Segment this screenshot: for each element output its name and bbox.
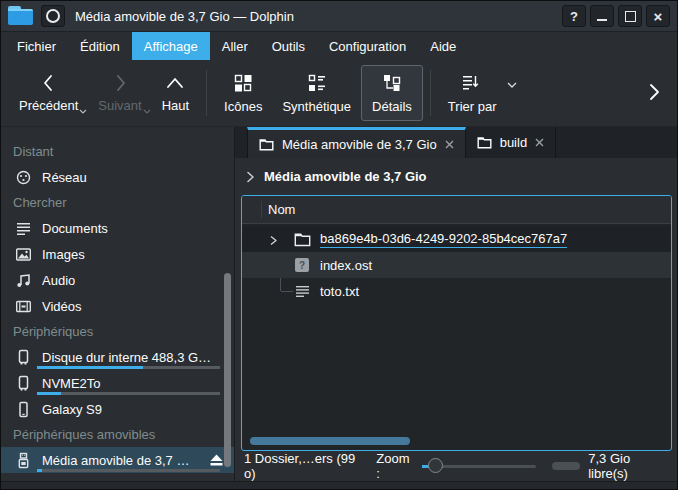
compact-view-button[interactable]: Synthétique <box>272 65 361 121</box>
sidebar-scrollbar[interactable] <box>224 273 231 467</box>
tab-label: Média amovible de 3,7 Gio <box>282 137 437 152</box>
free-space-label: 7,3 Gio libre(s) <box>588 451 668 481</box>
statusbar: 1 Dossier,…ers (99 o) Zoom : 7,3 Gio lib… <box>235 451 677 481</box>
app-folder-icon <box>8 6 34 26</box>
tabbar-empty-area[interactable] <box>556 127 677 158</box>
toolbar: Précédent Suivant Haut Icônes <box>1 60 677 127</box>
harddisk-icon <box>14 349 33 366</box>
chevron-left-icon <box>38 74 60 92</box>
menu-fichier[interactable]: Fichier <box>5 32 68 60</box>
forward-button[interactable]: Suivant <box>88 65 151 121</box>
file-row-folder[interactable]: ba869e4b-03d6-4249-9202-85b4cec767a7 <box>242 226 671 252</box>
sidebar-item-media-amovible[interactable]: Média amovible de 3,7 … <box>1 447 234 473</box>
menu-outils[interactable]: Outils <box>260 32 317 60</box>
menu-aller[interactable]: Aller <box>210 32 260 60</box>
details-view-icon <box>382 73 402 93</box>
zoom-slider-handle[interactable] <box>428 458 443 473</box>
horizontal-scrollbar[interactable] <box>250 437 410 445</box>
sidebar-item-label: Média amovible de 3,7 … <box>42 453 189 468</box>
sidebar-item-nvme2to[interactable]: NVME2To <box>1 370 234 396</box>
disk-usage-bar <box>37 366 220 369</box>
caret-down-icon <box>79 109 87 114</box>
sidebar-item-audio[interactable]: Audio <box>1 267 234 293</box>
tab-build[interactable]: build <box>466 127 556 158</box>
section-peripheriques: Périphériques <box>1 319 234 344</box>
sort-by-button[interactable]: Trier par <box>438 65 507 121</box>
toolbar-overflow-button[interactable] <box>647 82 669 105</box>
close-icon <box>445 140 454 149</box>
back-button[interactable]: Précédent <box>9 65 88 121</box>
eject-button[interactable] <box>209 453 224 467</box>
usb-drive-icon <box>14 452 33 469</box>
toolbar-separator <box>430 70 431 116</box>
compact-view-icon <box>307 73 327 93</box>
chevron-right-icon <box>109 74 131 92</box>
sidebar-item-videos[interactable]: Vidéos <box>1 293 234 319</box>
items-summary: 1 Dossier,…ers (99 o) <box>244 451 362 481</box>
videos-icon <box>14 298 33 315</box>
file-row-toto-txt[interactable]: toto.txt <box>242 278 671 304</box>
up-label: Haut <box>162 98 189 113</box>
sort-icon <box>461 73 483 93</box>
disk-usage-bar <box>37 392 220 395</box>
audio-icon <box>14 272 33 289</box>
dolphin-window: Média amovible de 3,7 Gio — Dolphin ? × … <box>0 0 678 490</box>
sidebar-item-reseau[interactable]: Réseau <box>1 164 234 190</box>
breadcrumb[interactable]: Média amovible de 3,7 Gio <box>235 158 677 195</box>
images-icon <box>14 246 33 263</box>
sidebar-item-label: Vidéos <box>42 299 82 314</box>
folder-icon <box>259 138 274 151</box>
column-header-nom[interactable]: Nom <box>242 202 295 217</box>
chevron-up-icon <box>164 74 186 92</box>
expand-chevron-icon[interactable] <box>269 235 278 246</box>
content-column: Média amovible de 3,7 Gio build Mé <box>235 127 677 481</box>
text-file-icon <box>293 285 311 298</box>
sidebar-item-label: Disque dur interne 488,3 G… <box>42 350 211 365</box>
menu-affichage[interactable]: Affichage <box>132 32 210 60</box>
zoom-slider[interactable] <box>422 458 536 474</box>
main-area: Distant Réseau Chercher Documents Images <box>1 127 677 481</box>
help-button[interactable]: ? <box>562 5 586 27</box>
details-view-label: Détails <box>372 99 412 114</box>
up-button[interactable]: Haut <box>152 65 199 121</box>
menu-aide[interactable]: Aide <box>418 32 468 60</box>
icons-view-button[interactable]: Icônes <box>214 65 272 121</box>
phone-icon <box>14 401 33 418</box>
maximize-button[interactable] <box>618 5 642 27</box>
titlebar[interactable]: Média amovible de 3,7 Gio — Dolphin ? × <box>1 1 677 32</box>
sort-by-label: Trier par <box>448 99 497 114</box>
menubar: Fichier Édition Affichage Aller Outils C… <box>1 32 677 60</box>
sidebar-item-label: Images <box>42 247 85 262</box>
free-space-capacity-bar <box>552 462 580 470</box>
minimize-button[interactable] <box>590 5 614 27</box>
file-rows: ba869e4b-03d6-4249-9202-85b4cec767a7 ? i… <box>242 224 671 450</box>
window-bottom-edge[interactable] <box>1 481 677 489</box>
section-peripheriques-amovibles: Périphériques amovibles <box>1 422 234 447</box>
file-row-index-ost[interactable]: ? index.ost <box>242 252 671 278</box>
tab-close-button[interactable] <box>535 138 544 147</box>
sidebar-item-documents[interactable]: Documents <box>1 215 234 241</box>
sidebar-item-disque-dur-interne[interactable]: Disque dur interne 488,3 G… <box>1 344 234 370</box>
column-header-row[interactable]: Nom <box>242 196 671 224</box>
sidebar-item-label: Galaxy S9 <box>42 402 102 417</box>
tabbar: Média amovible de 3,7 Gio build <box>235 127 677 158</box>
sort-caret-down-icon[interactable] <box>506 81 518 89</box>
eject-icon <box>209 453 224 467</box>
breadcrumb-location[interactable]: Média amovible de 3,7 Gio <box>264 169 427 184</box>
sidebar-item-label: Réseau <box>42 170 87 185</box>
window-title: Média amovible de 3,7 Gio — Dolphin <box>75 9 294 24</box>
window-menu-button[interactable] <box>41 5 65 27</box>
sidebar-item-images[interactable]: Images <box>1 241 234 267</box>
menu-configuration[interactable]: Configuration <box>317 32 418 60</box>
folder-icon <box>477 136 492 149</box>
sidebar-item-galaxy-s9[interactable]: Galaxy S9 <box>1 396 234 422</box>
details-view-button[interactable]: Détails <box>361 65 423 121</box>
tab-close-button[interactable] <box>445 140 454 149</box>
close-button[interactable]: × <box>646 5 670 27</box>
minimize-icon <box>597 19 607 21</box>
compact-view-label: Synthétique <box>282 99 351 114</box>
network-icon <box>14 169 33 186</box>
tab-media-amovible[interactable]: Média amovible de 3,7 Gio <box>247 127 466 158</box>
menu-edition[interactable]: Édition <box>68 32 132 60</box>
sidebar-item-label: NVME2To <box>42 376 101 391</box>
